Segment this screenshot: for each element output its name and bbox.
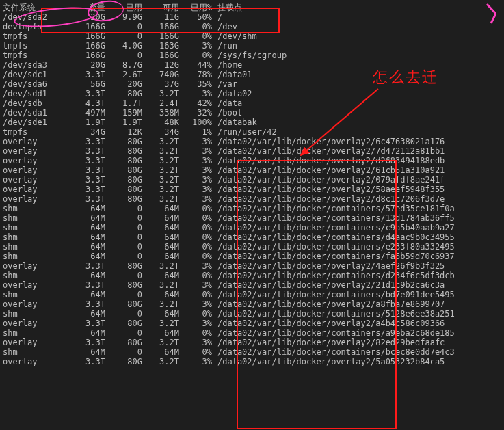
table-row: shm64M064M0%/data02/var/lib/docker/conta… [3, 309, 455, 319]
col-avail: 2.4T [142, 98, 179, 108]
col-avail: 3.2T [142, 261, 179, 271]
col-mountpoint: /data [212, 98, 455, 108]
table-row: overlay3.3T80G3.2T3%/data02/var/lib/dock… [3, 146, 455, 156]
col-avail: 3.2T [142, 185, 179, 194]
col-used: 80G [105, 280, 142, 290]
col-size: 3.3T [64, 194, 105, 204]
col-use-percent: 0% [179, 31, 212, 41]
col-used: 80G [105, 319, 142, 328]
col-use-percent: 44% [179, 60, 212, 70]
col-use-percent: 0% [179, 271, 212, 280]
col-avail: 3.2T [142, 175, 179, 185]
col-mountpoint: /data02/var/lib/docker/overlay2/7d472112… [212, 146, 455, 156]
col-use-percent: 0% [179, 347, 212, 357]
col-avail: 3.2T [142, 357, 179, 366]
table-row: /dev/sda320G8.7G12G44%/home [3, 60, 455, 70]
col-size: 166G [64, 51, 105, 60]
col-used: 0 [105, 213, 142, 223]
col-mountpoint: /run/user/42 [212, 127, 455, 137]
col-used: 0 [105, 204, 142, 213]
col-mountpoint: /data02/var/lib/docker/containers/13d178… [212, 213, 455, 223]
col-avail: 64M [142, 204, 179, 213]
col-filesystem: shm [3, 290, 64, 299]
col-used: 0 [105, 51, 142, 60]
col-filesystem: /dev/sdc1 [3, 70, 64, 79]
col-filesystem: overlay [3, 299, 64, 309]
col-use-percent: 100% [179, 118, 212, 127]
col-avail: 740G [142, 70, 179, 79]
col-filesystem: /dev/sda1 [3, 108, 64, 118]
col-mountpoint: /data02/var/lib/docker/overlay2/d2683494… [212, 156, 455, 165]
col-filesystem: overlay [3, 338, 64, 347]
col-use-percent: 35% [179, 79, 212, 89]
col-mountpoint: /data02/var/lib/docker/containers/a9eba2… [212, 328, 455, 338]
col-mountpoint: /data02/var/lib/docker/overlay2/58aeef59… [212, 185, 455, 194]
col-filesystem: overlay [3, 175, 64, 185]
col-filesystem: shm [3, 309, 64, 319]
col-use-percent: 0% [179, 232, 212, 242]
col-size: 1.9T [64, 118, 105, 127]
col-use-percent: 1% [179, 127, 212, 137]
col-use-percent: 0% [179, 290, 212, 299]
col-mountpoint: /data02/var/lib/docker/overlay2/d8c1c720… [212, 194, 455, 204]
col-used: 0 [105, 347, 142, 357]
col-avail: 11G [142, 12, 179, 22]
col-size: 64M [64, 242, 105, 252]
col-avail: 166G [142, 51, 179, 60]
col-size: 3.3T [64, 175, 105, 185]
col-avail: 48K [142, 118, 179, 127]
table-row: shm64M064M0%/data02/var/lib/docker/conta… [3, 252, 455, 261]
col-avail: 166G [142, 22, 179, 31]
col-used: 0 [105, 31, 142, 41]
col-use-percent: 0% [179, 252, 212, 261]
col-mountpoint: /data02/var/lib/docker/overlay2/82ed29be… [212, 338, 455, 347]
col-mountpoint: /data02/var/lib/docker/containers/bcec8e… [212, 347, 455, 357]
col-size: 166G [64, 22, 105, 31]
col-filesystem: /dev/sdb [3, 98, 64, 108]
table-row: overlay3.3T80G3.2T3%/data02/var/lib/dock… [3, 175, 455, 185]
col-use-percent: 3% [179, 156, 212, 165]
col-mountpoint: /home [212, 60, 455, 70]
col-filesystem: /dev/sdd1 [3, 89, 64, 98]
table-row: /dev/sda220G9.9G11G50%/ [3, 12, 455, 22]
col-mountpoint: /data02/var/lib/docker/overlay2/a4b4c586… [212, 319, 455, 328]
col-used: 0 [105, 328, 142, 338]
col-used: 159M [105, 108, 142, 118]
col-mountpoint: /dev [212, 22, 455, 31]
col-filesystem: shm [3, 271, 64, 280]
col-avail: 163G [142, 41, 179, 51]
col-size: 3.3T [64, 137, 105, 146]
col-filesystem: overlay [3, 185, 64, 194]
col-used: 9.9G [105, 12, 142, 22]
col-mountpoint: /data01 [212, 70, 455, 79]
col-mountpoint: /data02/var/lib/docker/containers/d234f6… [212, 271, 455, 280]
terminal-window[interactable]: 文件系统容量已用可用已用%挂载点/dev/sda220G9.9G11G50%/d… [0, 0, 504, 430]
col-used: 0 [105, 232, 142, 242]
col-size: 3.3T [64, 156, 105, 165]
col-size: 3.3T [64, 319, 105, 328]
col-use-percent: 0% [179, 204, 212, 213]
col-mountpoint: /data02/var/lib/docker/containers/d4aac9… [212, 232, 455, 242]
table-row: tmpfs166G0166G0%/sys/fs/cgroup [3, 51, 455, 60]
col-mountpoint: /data02/var/lib/docker/overlay2/6c476380… [212, 137, 455, 146]
col-used: 80G [105, 261, 142, 271]
col-mountpoint: /dev/shm [212, 31, 455, 41]
col-used: 80G [105, 146, 142, 156]
col-used: 80G [105, 165, 142, 175]
col-size: 64M [64, 328, 105, 338]
col-use-percent: 0% [179, 22, 212, 31]
col-used: 80G [105, 137, 142, 146]
col-use-percent: 78% [179, 70, 212, 79]
col-use-percent: 32% [179, 108, 212, 118]
col-size: 3.3T [64, 261, 105, 271]
col-size: 64M [64, 347, 105, 357]
col-use-percent: 0% [179, 51, 212, 60]
col-filesystem: tmpfs [3, 127, 64, 137]
col-size: 64M [64, 290, 105, 299]
col-used: 80G [105, 175, 142, 185]
table-row: /dev/sdb4.3T1.7T2.4T42%/data [3, 98, 455, 108]
col-avail: 3.2T [142, 280, 179, 290]
col-mountpoint: /data02/var/lib/docker/overlay2/21d1c9b2… [212, 280, 455, 290]
table-row: shm64M064M0%/data02/var/lib/docker/conta… [3, 347, 455, 357]
col-used: 1.7T [105, 98, 142, 108]
